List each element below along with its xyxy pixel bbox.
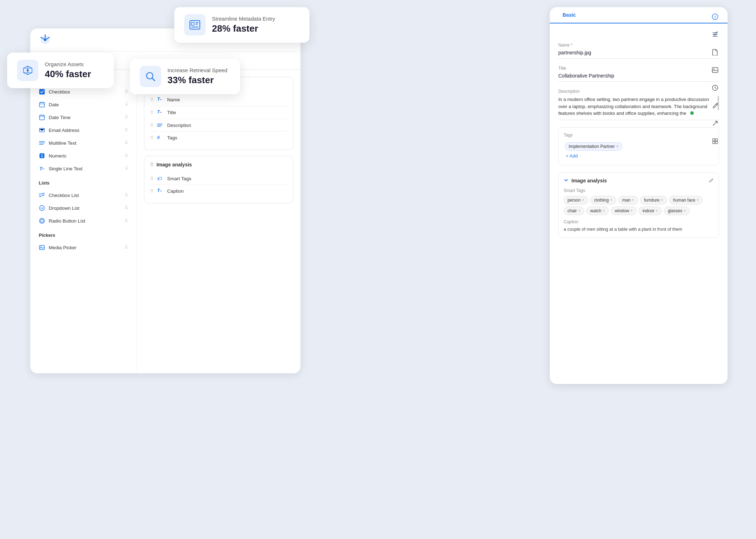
smart-tag-chair: chair × bbox=[564, 207, 584, 215]
overview-field-description-label: Description bbox=[167, 123, 191, 128]
multiline-icon bbox=[39, 140, 45, 146]
image-analysis-group-title: Image analysis bbox=[156, 162, 192, 167]
remove-tag-icon[interactable]: × bbox=[578, 209, 580, 213]
tooltip-organize-icon bbox=[17, 60, 38, 81]
field-drag-icon: ⠿ bbox=[150, 110, 154, 115]
description-field-icon bbox=[157, 122, 164, 128]
svg-rect-1 bbox=[191, 22, 194, 25]
drag-handle-icon: ⠿ bbox=[125, 206, 128, 210]
svg-point-50 bbox=[713, 69, 714, 70]
svg-line-7 bbox=[152, 78, 155, 81]
tab-basic[interactable]: Basic bbox=[557, 7, 581, 23]
overview-field-title: ⠿ T Title bbox=[150, 106, 287, 119]
description-value[interactable]: In a modern office setting, two partners… bbox=[558, 96, 719, 120]
remove-tag-icon[interactable]: × bbox=[656, 209, 658, 213]
field-drag-icon: ⠿ bbox=[150, 188, 154, 194]
tags-label: Tags bbox=[564, 133, 714, 138]
caption-text: a couple of men sitting at a table with … bbox=[564, 226, 714, 233]
title-value[interactable]: Collaborative Partnership bbox=[558, 73, 719, 82]
tooltip-streamline-label: Streamline Metadata Entry bbox=[212, 16, 275, 22]
svg-rect-10 bbox=[39, 102, 44, 107]
date-icon bbox=[39, 101, 45, 108]
grid-icon-btn[interactable] bbox=[709, 135, 721, 147]
sidebar-item-date[interactable]: Date ⠿ bbox=[36, 98, 131, 111]
sidebar-item-mediapicker[interactable]: Media Picker ⠿ bbox=[36, 241, 131, 254]
info-icon-btn[interactable]: i bbox=[709, 11, 721, 23]
document-icon-btn[interactable] bbox=[709, 46, 721, 58]
title-field: Title Collaborative Partnership bbox=[558, 66, 719, 82]
sidebar-item-checkboxlist[interactable]: Checkbox List ⠿ bbox=[36, 189, 131, 201]
svg-rect-14 bbox=[39, 115, 44, 120]
overview-field-description: ⠿ Description bbox=[150, 119, 287, 132]
checkbox-icon bbox=[39, 89, 45, 95]
remove-tag-icon[interactable]: × bbox=[661, 198, 663, 202]
field-drag-icon: ⠿ bbox=[150, 135, 154, 140]
sidebar-item-email-label: Email Address bbox=[49, 128, 79, 133]
right-panel: Basic i bbox=[550, 7, 728, 384]
history-icon-btn[interactable] bbox=[709, 82, 721, 94]
collapse-icon[interactable] bbox=[564, 178, 569, 184]
add-tag-button[interactable]: + Add bbox=[566, 153, 578, 159]
smart-tag-furniture: furniture × bbox=[640, 196, 667, 204]
field-drag-icon: ⠿ bbox=[150, 97, 154, 102]
title-label: Title bbox=[558, 66, 719, 71]
sidebar-item-datetime[interactable]: Date Time ⠿ bbox=[36, 111, 131, 123]
sidebar-item-radiolist[interactable]: Radio Button List ⠿ bbox=[36, 215, 131, 227]
list-icon-btn[interactable] bbox=[709, 28, 721, 41]
tooltip-organize-value: 40% faster bbox=[45, 69, 91, 80]
svg-text:T: T bbox=[157, 97, 160, 102]
tooltip-retrieval: Increase Retrieval Speed 33% faster bbox=[130, 59, 240, 94]
remove-tag-icon[interactable]: × bbox=[697, 198, 699, 202]
image-icon-btn[interactable] bbox=[709, 64, 721, 76]
edit-icon[interactable] bbox=[709, 178, 714, 184]
svg-text:1: 1 bbox=[41, 154, 43, 158]
image-analysis-caption-label: Caption bbox=[167, 188, 184, 194]
right-icon-bar: i bbox=[709, 11, 721, 147]
remove-tag-icon[interactable]: × bbox=[630, 209, 633, 213]
svg-point-8 bbox=[44, 39, 47, 41]
remove-tag-icon[interactable]: × bbox=[610, 198, 612, 202]
drag-handle-icon: ⠿ bbox=[125, 166, 128, 171]
sidebar-item-multiline-label: Multiline Text bbox=[49, 140, 76, 146]
remove-tag-icon[interactable]: × bbox=[582, 198, 584, 202]
remove-tag-icon[interactable]: × bbox=[632, 198, 634, 202]
sidebar-item-numeric[interactable]: 1 Numeric ⠿ bbox=[36, 150, 131, 162]
overview-field-name: ⠿ T Name bbox=[150, 94, 287, 106]
tooltip-retrieval-value: 33% faster bbox=[167, 75, 227, 86]
numeric-icon: 1 bbox=[39, 153, 45, 159]
sidebar-item-date-label: Date bbox=[49, 102, 59, 107]
svg-text:T: T bbox=[157, 110, 160, 114]
sidebar-item-dropdownlist[interactable]: Dropdown List ⠿ bbox=[36, 202, 131, 214]
name-field: Name * partnership.jpg bbox=[558, 43, 719, 59]
sidebar-item-email[interactable]: Email Address ⠿ bbox=[36, 124, 131, 136]
lists-section-title: Lists bbox=[36, 180, 131, 186]
svg-rect-49 bbox=[712, 68, 718, 73]
sidebar-item-singleline[interactable]: T Single Line Text ⠿ bbox=[36, 162, 131, 175]
mediapicker-icon bbox=[39, 244, 45, 251]
singleline-icon: T bbox=[39, 165, 45, 172]
name-label: Name * bbox=[558, 43, 719, 48]
tag-remove-icon[interactable]: × bbox=[616, 144, 618, 148]
image-analysis-title: Image analysis bbox=[571, 178, 607, 183]
datetime-icon bbox=[39, 114, 45, 121]
overview-field-name-label: Name bbox=[167, 97, 180, 102]
sidebar-item-multiline[interactable]: Multiline Text ⠿ bbox=[36, 137, 131, 149]
tooltip-streamline-value: 28% faster bbox=[212, 23, 275, 34]
remove-tag-icon[interactable]: × bbox=[603, 209, 605, 213]
name-value[interactable]: partnership.jpg bbox=[558, 50, 719, 59]
field-drag-icon: ⠿ bbox=[150, 176, 154, 181]
smart-tags-grid: person × clothing × man × furniture × bbox=[564, 196, 714, 215]
svg-point-29 bbox=[39, 206, 44, 210]
smart-tag-window: window × bbox=[611, 207, 637, 215]
remove-tag-icon[interactable]: × bbox=[684, 209, 686, 213]
description-label: Description bbox=[558, 89, 719, 94]
svg-rect-3 bbox=[196, 24, 198, 25]
sidebar-item-numeric-label: Numeric bbox=[49, 153, 66, 159]
sidebar-item-checkbox-label: Checkbox bbox=[49, 89, 70, 95]
svg-point-31 bbox=[41, 219, 43, 222]
panel-content: ⠿ Overview ⠿ T Name ⠿ T bbox=[137, 70, 300, 373]
tooltip-streamline: Streamline Metadata Entry 28% faster bbox=[174, 7, 309, 43]
image-analysis-field-smarttags: ⠿ 🏷 Smart Tags bbox=[150, 172, 287, 185]
image-analysis-field-caption: ⠿ T Caption bbox=[150, 185, 287, 197]
email-icon bbox=[39, 127, 45, 133]
